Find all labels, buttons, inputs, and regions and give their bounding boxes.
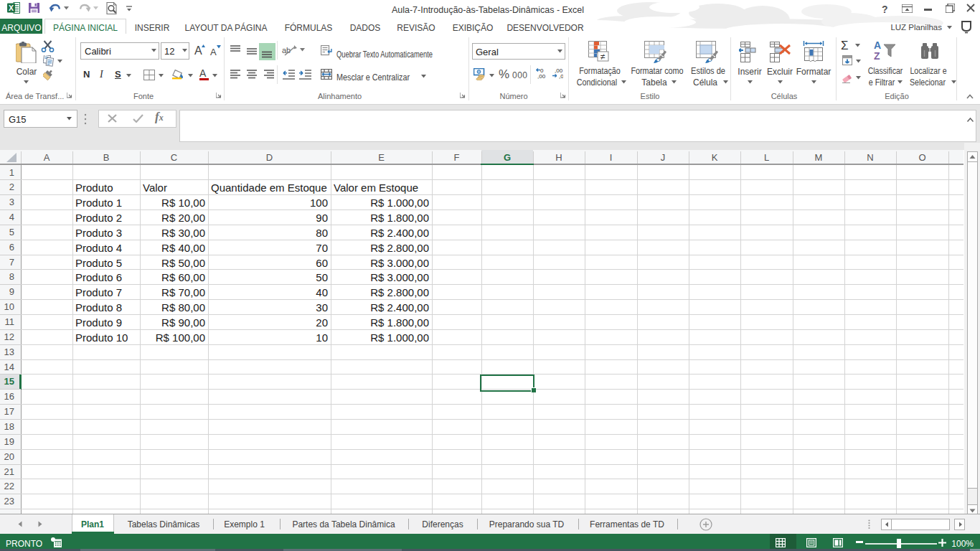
svg-text:A: A bbox=[199, 67, 207, 79]
svg-text:X: X bbox=[9, 4, 14, 12]
svg-text:A: A bbox=[874, 39, 881, 51]
svg-text:A: A bbox=[194, 44, 202, 56]
svg-text:,0: ,0 bbox=[559, 73, 563, 79]
svg-text:,00: ,00 bbox=[537, 73, 546, 79]
svg-text:≠: ≠ bbox=[600, 52, 606, 62]
svg-text:Z: Z bbox=[874, 50, 880, 61]
svg-text:A: A bbox=[210, 47, 217, 56]
